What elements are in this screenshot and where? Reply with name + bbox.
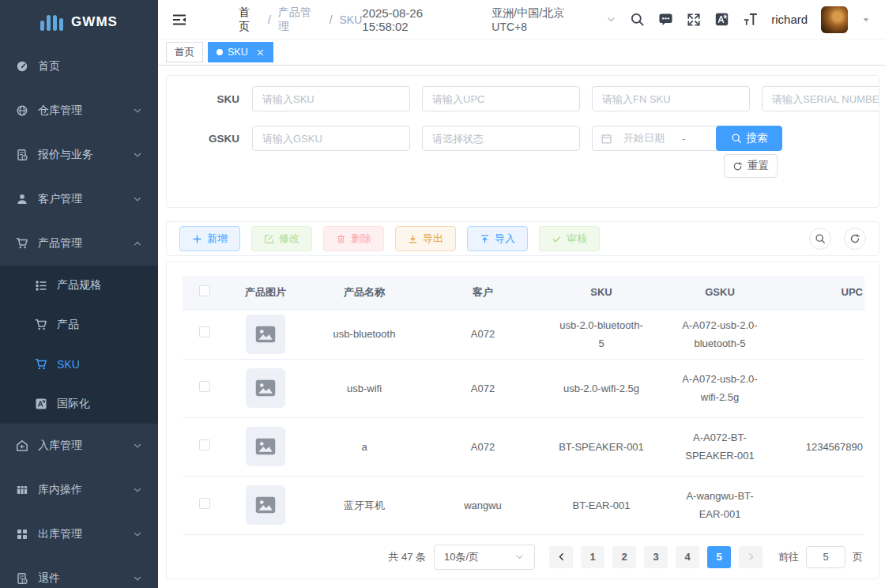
fullscreen-button[interactable] [687, 13, 701, 27]
sidebar-item-warehouse[interactable]: 仓库管理 [0, 89, 158, 133]
sidebar-item-home[interactable]: 首页 [0, 44, 158, 89]
sidebar-item-returns[interactable]: 退件 [0, 556, 158, 588]
timezone-select[interactable]: 亚洲/中国/北京 UTC+8 [491, 6, 616, 33]
cell-gsku: A-A072-usb-2.0-wifi-2.5g [661, 359, 779, 417]
serial-number-input[interactable] [762, 86, 879, 111]
row-checkbox[interactable] [199, 326, 210, 337]
table-row: usb-bluetooth A072 usb-2.0-bluetooth-5 A… [183, 309, 864, 359]
next-page-button[interactable] [739, 546, 763, 568]
goto-page-input[interactable] [806, 546, 845, 568]
page-button-5-active[interactable]: 5 [707, 546, 731, 568]
message-icon [658, 12, 673, 27]
sidebar-item-warehouse-ops[interactable]: 库内操作 [0, 468, 158, 512]
import-button[interactable]: 导入 [467, 226, 528, 251]
cell-sku: BT-EAR-001 [542, 476, 661, 534]
breadcrumb-section[interactable]: 产品管理 [278, 6, 322, 34]
pagination: 共 47 条 10条/页 1 2 3 4 5 前往 页 [183, 545, 863, 570]
sidebar-item-inbound[interactable]: 入库管理 [0, 424, 158, 468]
content-area: SKU GSKU 开始日期 - 搜索 [158, 66, 885, 579]
cell-name: usb-wifi [305, 359, 424, 417]
reset-button[interactable]: 重置 [724, 154, 778, 178]
username-text: richard [771, 13, 808, 26]
language-button[interactable] [714, 12, 729, 27]
sidebar-submenu-products: 产品规格 产品 SKU 国际化 [0, 266, 158, 424]
chevron-down-icon [133, 574, 142, 583]
cell-name: a [305, 417, 424, 476]
row-checkbox[interactable] [199, 498, 210, 509]
blocks-icon [16, 528, 28, 541]
sidebar-item-sku[interactable]: SKU [0, 345, 158, 384]
table-search-button[interactable] [809, 228, 831, 250]
audit-button[interactable]: 审核 [539, 226, 600, 251]
page-button-4[interactable]: 4 [676, 546, 699, 568]
row-checkbox[interactable] [199, 439, 210, 450]
toolbar-card: 新增 修改 删除 导出 导入 审核 [166, 221, 879, 256]
select-all-checkbox[interactable] [199, 285, 210, 296]
clock-text: 2025-08-26 15:58:02 [362, 6, 472, 33]
tab-home[interactable]: 首页 [166, 42, 203, 62]
user-icon [16, 193, 28, 205]
sidebar-collapse-icon[interactable] [172, 13, 186, 26]
cell-sku: usb-2.0-wifi-2.5g [542, 359, 661, 417]
page-button-2[interactable]: 2 [612, 546, 636, 568]
user-menu-caret-icon[interactable] [861, 15, 871, 24]
column-header-name: 产品名称 [305, 276, 424, 309]
tab-sku[interactable]: SKU [208, 42, 273, 62]
globe-icon [16, 104, 28, 117]
close-icon[interactable] [256, 48, 265, 57]
sidebar-item-product-specs[interactable]: 产品规格 [0, 266, 158, 305]
fnsku-input[interactable] [592, 86, 750, 111]
edit-icon [264, 234, 274, 244]
sidebar-item-quotation[interactable]: 报价与业务 [0, 133, 158, 177]
chevron-down-icon [133, 194, 142, 204]
avatar[interactable] [821, 6, 848, 33]
upc-input[interactable] [422, 86, 580, 111]
trash-icon [336, 234, 346, 244]
table-refresh-button[interactable] [844, 228, 866, 250]
status-select[interactable] [422, 126, 580, 151]
add-button[interactable]: 新增 [179, 226, 240, 251]
logo-bars-icon [40, 13, 63, 31]
page-size-select[interactable]: 10条/页 [434, 545, 535, 570]
sidebar-item-outbound[interactable]: 出库管理 [0, 512, 158, 556]
tab-bar: 首页 SKU [158, 40, 885, 66]
cell-gsku: A-A072-usb-2.0-bluetooth-5 [661, 309, 779, 359]
image-icon [254, 323, 277, 345]
cell-sku: BT-SPEAKER-001 [542, 417, 661, 476]
cell-customer: A072 [424, 417, 542, 476]
cell-name: 蓝牙耳机 [305, 476, 424, 534]
messages-button[interactable] [658, 12, 673, 27]
column-header-gsku: GSKU [661, 276, 779, 309]
sku-input[interactable] [252, 86, 410, 111]
page-button-1[interactable]: 1 [581, 546, 604, 568]
gsku-input[interactable] [252, 126, 410, 151]
delete-button[interactable]: 删除 [323, 226, 384, 251]
sidebar-item-i18n[interactable]: 国际化 [0, 384, 158, 424]
sidebar-item-product[interactable]: 产品 [0, 305, 158, 345]
refresh-icon [849, 233, 861, 244]
dashboard-icon [16, 60, 28, 73]
column-header-upc: UPC [779, 276, 864, 309]
product-image-placeholder[interactable] [246, 427, 285, 466]
cell-upc [779, 476, 864, 534]
sidebar-item-customers[interactable]: 客户管理 [0, 177, 158, 221]
cell-upc [779, 359, 864, 417]
sidebar-item-products[interactable]: 产品管理 [0, 221, 158, 266]
prev-page-button[interactable] [549, 546, 573, 568]
product-image-placeholder[interactable] [246, 368, 285, 408]
edit-button[interactable]: 修改 [251, 226, 312, 251]
breadcrumb-home[interactable]: 首页 [239, 6, 261, 34]
export-button[interactable]: 导出 [395, 226, 456, 251]
product-image-placeholder[interactable] [246, 315, 285, 354]
search-button[interactable]: 搜索 [716, 126, 782, 151]
cell-customer: A072 [424, 309, 542, 359]
product-image-placeholder[interactable] [246, 485, 285, 525]
font-size-button[interactable] [743, 12, 758, 27]
row-checkbox[interactable] [199, 381, 210, 392]
header-search-button[interactable] [630, 12, 645, 27]
breadcrumb-current: SKU [340, 13, 363, 26]
page-button-3[interactable]: 3 [644, 546, 668, 568]
upload-icon [480, 234, 490, 244]
cell-upc: 1234567890 [779, 417, 864, 476]
chevron-down-icon [514, 552, 525, 562]
